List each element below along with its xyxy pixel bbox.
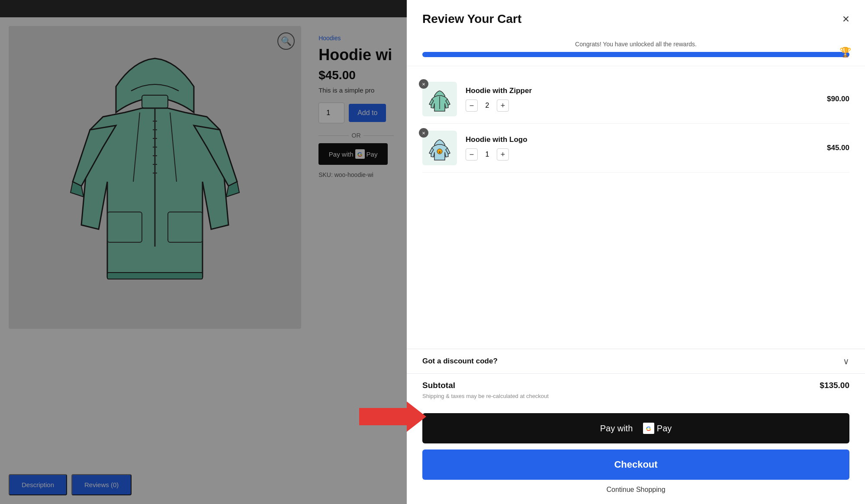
item-2-details: Hoodie with Logo − 1 +	[466, 135, 818, 161]
subtotal-note: Shipping & taxes may be re-calculated at…	[422, 393, 849, 399]
item-2-image: ★	[422, 131, 457, 165]
subtotal-value: $135.00	[820, 381, 849, 390]
subtotal-label: Subtotal	[422, 381, 455, 390]
cart-panel: Review Your Cart × Congrats! You have un…	[407, 0, 865, 504]
rewards-message: Congrats! You have unlocked all the rewa…	[422, 41, 849, 48]
checkout-button[interactable]: Checkout	[422, 449, 849, 480]
item-2-price: $45.00	[827, 144, 849, 152]
svg-marker-14	[359, 401, 426, 432]
item-1-increase-button[interactable]: +	[497, 100, 509, 112]
remove-item-2-button[interactable]: ×	[419, 128, 428, 138]
item-1-quantity: 2	[483, 102, 492, 109]
item-2-qty-controls: − 1 +	[466, 148, 818, 161]
close-button[interactable]: ×	[842, 13, 849, 25]
item-1-image	[422, 82, 457, 116]
gpay-cart-label: Pay with	[600, 424, 633, 433]
item-1-details: Hoodie with Zipper − 2 +	[466, 87, 818, 112]
rewards-section: Congrats! You have unlocked all the rewa…	[407, 35, 865, 66]
item-1-decrease-button[interactable]: −	[466, 100, 478, 112]
red-arrow-indicator	[359, 399, 428, 436]
subtotal-row: Subtotal $135.00	[422, 381, 849, 390]
subtotal-section: Subtotal $135.00 Shipping & taxes may be…	[407, 373, 865, 406]
cart-item: × ★ Hoodie with Logo − 1 +	[422, 124, 849, 173]
item-1-qty-controls: − 2 +	[466, 100, 818, 112]
gpay-cart-pay-label: Pay	[657, 424, 672, 433]
trophy-icon: 🏆	[839, 47, 851, 58]
google-g-cart-icon: G	[643, 423, 654, 434]
continue-shopping-button[interactable]: Continue Shopping	[422, 486, 849, 494]
discount-chevron-icon: ∨	[843, 356, 849, 366]
rewards-bar-fill	[422, 52, 849, 57]
item-1-name: Hoodie with Zipper	[466, 87, 818, 95]
cart-items-list: × Hoodie with Zipper − 2 + $90.00	[407, 66, 865, 349]
overlay	[0, 0, 407, 504]
item-2-decrease-button[interactable]: −	[466, 148, 478, 161]
cart-item: × Hoodie with Zipper − 2 + $90.00	[422, 75, 849, 124]
item-2-increase-button[interactable]: +	[497, 148, 509, 161]
item-2-name: Hoodie with Logo	[466, 135, 818, 144]
item-2-quantity: 1	[483, 151, 492, 158]
item-1-price: $90.00	[827, 95, 849, 103]
svg-text:★: ★	[438, 151, 441, 154]
gpay-cart-button[interactable]: Pay with G Pay	[422, 413, 849, 443]
discount-section[interactable]: Got a discount code? ∨	[407, 349, 865, 373]
cart-header: Review Your Cart ×	[407, 0, 865, 35]
cart-title: Review Your Cart	[422, 12, 521, 26]
discount-label: Got a discount code?	[422, 357, 498, 366]
rewards-progress-bar: 🏆	[422, 52, 849, 57]
cart-actions: Pay with G Pay Checkout Continue Shoppin…	[407, 406, 865, 504]
gpay-space	[637, 424, 639, 433]
remove-item-1-button[interactable]: ×	[419, 79, 428, 89]
